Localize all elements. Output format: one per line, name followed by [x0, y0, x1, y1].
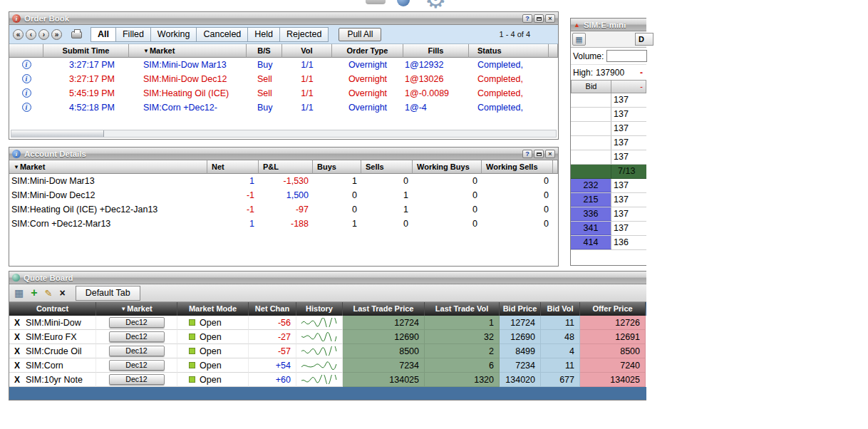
dom-titlebar[interactable]: ▲ SIM:E-mini: [571, 19, 646, 31]
info-icon[interactable]: i: [22, 74, 31, 83]
column-header-bs[interactable]: B/S: [247, 44, 282, 58]
column-header-order-type[interactable]: Order Type: [332, 44, 403, 58]
next-page-button[interactable]: ›: [38, 29, 49, 40]
scrollbar-thumb[interactable]: [11, 130, 104, 137]
delete-tab-icon[interactable]: ×: [59, 288, 65, 298]
bid-depth-cell[interactable]: 341: [571, 222, 611, 235]
edit-tab-icon[interactable]: ✎: [45, 289, 53, 298]
column-header-bid-price[interactable]: Bid Price: [500, 302, 541, 316]
bid-depth-cell[interactable]: 414: [571, 236, 611, 249]
account-details-titlebar[interactable]: Account Details ? ×: [9, 148, 558, 160]
price-cell[interactable]: 137: [611, 222, 646, 235]
depth-cell[interactable]: [571, 93, 611, 107]
add-tab-icon[interactable]: +: [31, 287, 37, 299]
help-button[interactable]: ?: [522, 14, 532, 23]
quote-row[interactable]: XSIM:Crude Oil Dec12 Open -57 8500 2 849…: [9, 344, 646, 358]
column-header-fills[interactable]: Fills: [403, 44, 469, 58]
price-cell[interactable]: 137: [611, 108, 646, 121]
column-header-market-mode[interactable]: Market Mode: [177, 302, 249, 316]
depth-cell[interactable]: [571, 150, 611, 164]
remove-quote-icon[interactable]: X: [14, 330, 20, 344]
order-row[interactable]: i 5:45:19 PM SIM:Heating Oil (ICE) Sell …: [9, 86, 558, 100]
depth-cell[interactable]: [571, 136, 611, 150]
quote-row[interactable]: XSIM:Corn Dec12 Open +54 7234 6 7234 11 …: [9, 358, 646, 373]
first-page-button[interactable]: «: [13, 29, 24, 40]
contract-month-button[interactable]: Dec12: [109, 331, 165, 342]
tab-all[interactable]: All: [91, 27, 116, 42]
horizontal-scrollbar[interactable]: [11, 130, 557, 138]
quote-row[interactable]: XSIM:10yr Note Dec12 Open +60 134025 132…: [9, 373, 646, 387]
price-cell[interactable]: 137: [611, 136, 646, 150]
column-header-bid-vol[interactable]: Bid Vol: [541, 302, 580, 316]
pull-all-button[interactable]: Pull All: [339, 28, 381, 41]
tab-held[interactable]: Held: [248, 27, 280, 42]
contract-month-button[interactable]: Dec12: [109, 360, 165, 371]
column-header-last-trade-vol[interactable]: Last Trade Vol: [425, 302, 500, 316]
bid-depth-cell[interactable]: 215: [571, 193, 611, 207]
depth-cell[interactable]: [571, 108, 611, 121]
month-select-button[interactable]: D: [635, 33, 653, 46]
column-header-sells[interactable]: Sells: [361, 160, 413, 174]
bid-depth-cell[interactable]: 336: [571, 207, 611, 221]
column-header-status[interactable]: Status: [469, 44, 549, 58]
price-cell[interactable]: 137: [611, 150, 646, 164]
remove-quote-icon[interactable]: X: [14, 373, 20, 387]
column-header-vol[interactable]: Vol: [282, 44, 332, 58]
bid-depth-cell[interactable]: 232: [571, 179, 611, 192]
order-book-titlebar[interactable]: Order Book ? ×: [9, 12, 558, 25]
column-header-market[interactable]: ▼Market: [129, 44, 247, 58]
column-header-offer-price[interactable]: Offer Price: [580, 302, 646, 316]
depth-cell[interactable]: [571, 165, 611, 178]
price-cell[interactable]: 137: [611, 179, 646, 192]
help-button[interactable]: ?: [522, 150, 532, 158]
remove-quote-icon[interactable]: X: [14, 316, 20, 330]
info-icon[interactable]: i: [22, 103, 31, 112]
column-header-history[interactable]: History: [296, 302, 343, 316]
column-header-net[interactable]: Net: [207, 160, 259, 174]
prev-page-button[interactable]: ‹: [26, 29, 36, 40]
restore-button[interactable]: [534, 14, 544, 23]
position-row[interactable]: SIM:Heating Oil (ICE) +Dec12-Jan13 -1 -9…: [9, 202, 558, 217]
contract-month-button[interactable]: Dec12: [109, 374, 165, 385]
quote-board-tab[interactable]: Default Tab: [76, 286, 140, 301]
column-header-buys[interactable]: Buys: [313, 160, 361, 174]
remove-quote-icon[interactable]: X: [14, 344, 20, 358]
price-cell[interactable]: 137: [611, 193, 646, 207]
restore-button[interactable]: [534, 150, 544, 158]
price-cell[interactable]: 137: [611, 93, 646, 107]
column-header-market[interactable]: ▼Market: [9, 160, 207, 174]
last-page-button[interactable]: »: [51, 29, 62, 40]
depth-cell[interactable]: [571, 122, 611, 135]
quote-row[interactable]: XSIM:Euro FX Dec12 Open -27 12690 32 126…: [9, 330, 646, 344]
order-row[interactable]: i 3:27:17 PM SIM:Mini-Dow Mar13 Buy 1/1 …: [9, 58, 558, 72]
order-row[interactable]: i 4:52:18 PM SIM:Corn +Dec12- Buy 1/1 Ov…: [9, 100, 558, 115]
print-icon[interactable]: [71, 31, 82, 38]
quote-board-titlebar[interactable]: Quote Board: [9, 272, 646, 284]
contract-month-button[interactable]: Dec12: [109, 346, 165, 356]
column-header-submit-time[interactable]: Submit Time: [43, 44, 129, 58]
volume-input[interactable]: [606, 50, 647, 62]
quote-row[interactable]: XSIM:Mini-Dow Dec12 Open -56 12724 1 127…: [9, 316, 646, 330]
tab-filled[interactable]: Filled: [116, 27, 151, 42]
price-column-header[interactable]: -: [611, 80, 646, 93]
grid-view-icon[interactable]: ▦: [572, 33, 586, 46]
price-cell[interactable]: 137: [611, 207, 646, 221]
info-icon[interactable]: i: [22, 88, 31, 98]
tab-rejected[interactable]: Rejected: [280, 27, 329, 42]
position-row[interactable]: SIM:Mini-Dow Mar13 1 -1,530 1 0 0 0: [9, 174, 558, 188]
price-cell[interactable]: 136: [611, 236, 646, 249]
bid-column-header[interactable]: Bid: [571, 80, 611, 93]
column-header-pl[interactable]: P&L: [259, 160, 313, 174]
column-header-net-change[interactable]: Net Chan: [249, 302, 296, 316]
info-icon[interactable]: i: [22, 60, 31, 69]
position-row[interactable]: SIM:Corn +Dec12-Mar13 1 -188 1 0 0 0: [9, 217, 558, 231]
column-header-working-sells[interactable]: Working Sells: [482, 160, 553, 174]
column-header-contract[interactable]: Contract: [9, 302, 96, 316]
column-header-market[interactable]: ▼Market: [96, 302, 177, 316]
close-button[interactable]: ×: [545, 150, 555, 158]
grid-view-icon[interactable]: ▦: [14, 288, 24, 298]
column-header-working-buys[interactable]: Working Buys: [413, 160, 482, 174]
position-row[interactable]: SIM:Mini-Dow Dec12 -1 1,500 0 1 0 0: [9, 188, 558, 202]
price-cell[interactable]: 137: [611, 122, 646, 135]
close-button[interactable]: ×: [545, 14, 555, 23]
